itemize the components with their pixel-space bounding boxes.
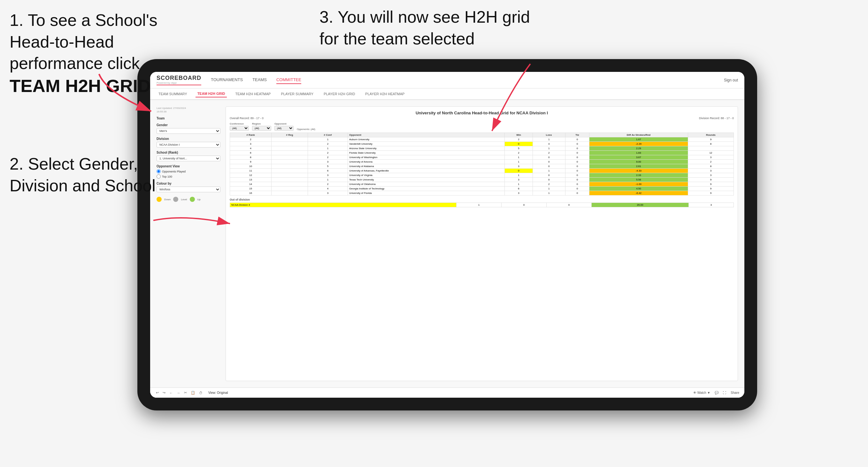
cell-rank: 14 <box>230 182 272 187</box>
cell-conf: 3 <box>308 160 348 164</box>
division-label: Division <box>157 137 220 141</box>
redo-btn[interactable]: ↪ <box>162 390 166 396</box>
cell-rounds: 2 <box>688 160 734 164</box>
gender-section: Gender Men's <box>157 123 220 134</box>
table-row: 13 1 Texas Tech University 3 0 0 5.56 9 <box>230 178 734 182</box>
cell-reg <box>272 146 308 151</box>
opponent-filter-select[interactable]: (All) <box>274 126 293 131</box>
cell-diff: 3.67 <box>589 155 688 160</box>
cell-reg <box>272 173 308 178</box>
cell-win: 3 <box>505 164 532 169</box>
comment-btn[interactable]: 💬 <box>715 391 718 395</box>
opponent-filter-label: Opponent <box>274 122 293 125</box>
cell-tie: 0 <box>565 187 589 191</box>
cell-opponent: University of Oklahoma <box>348 182 505 187</box>
cell-conf: 3 <box>308 191 348 195</box>
colour-up-label: Up <box>197 198 200 201</box>
radio-top100[interactable]: Top 100 <box>157 175 220 179</box>
cell-diff: 4.50 <box>589 187 688 191</box>
paste-btn[interactable]: 📋 <box>190 390 196 396</box>
cell-tie: 0 <box>565 191 589 195</box>
cell-diff: 2.61 <box>589 164 688 169</box>
subnav-team-h2h-grid[interactable]: TEAM H2H GRID <box>195 90 227 97</box>
cell-loss: 0 <box>532 173 565 178</box>
out-tie: 0 <box>546 203 591 207</box>
fullscreen-btn[interactable]: ⛶ <box>723 391 726 395</box>
school-select[interactable]: 1. University of Nort... <box>157 156 220 161</box>
instruction-3: 3. You will now see H2H grid for the tea… <box>319 6 543 50</box>
table-row: 3 2 Vanderbilt University 0 4 0 -2.29 8 <box>230 142 734 146</box>
colour-by-select[interactable]: Win/loss <box>157 187 220 192</box>
cell-conf: 1 <box>308 137 348 142</box>
colour-by-section: Colour by Win/loss <box>157 182 220 192</box>
cell-win: 0 <box>505 169 532 173</box>
cell-rounds: 8 <box>688 164 734 169</box>
division-section: Division NCAA Division I <box>157 137 220 148</box>
cell-rounds: 9 <box>688 178 734 182</box>
radio-opponents-played[interactable]: Opponents Played <box>157 169 220 174</box>
cell-reg <box>272 169 308 173</box>
subnav-player-summary[interactable]: PLAYER SUMMARY <box>279 91 315 97</box>
cell-loss: 1 <box>532 169 565 173</box>
undo-btn[interactable]: ↩ <box>155 390 159 396</box>
cell-reg <box>272 160 308 164</box>
sign-out-link[interactable]: Sign out <box>724 78 738 83</box>
cell-tie: 0 <box>565 173 589 178</box>
cut-btn[interactable]: ✂ <box>183 390 188 396</box>
instruction-2: 2. Select Gender, Division and School <box>9 153 157 196</box>
main-content: Last Updated: 27/03/2024 16:55:38 Team G… <box>150 100 744 387</box>
cell-tie: 0 <box>565 160 589 164</box>
cell-diff: -1.00 <box>589 182 688 187</box>
colour-down-label: Down <box>164 198 170 201</box>
cell-diff: -2.29 <box>589 142 688 146</box>
nav-teams[interactable]: TEAMS <box>252 76 267 84</box>
cell-conf: 2 <box>308 155 348 160</box>
col-conf: # Conf <box>308 133 348 137</box>
conference-filter-select[interactable]: (All) <box>230 126 249 131</box>
nav-committee[interactable]: COMMITTEE <box>276 76 301 84</box>
h2h-table: # Rank # Reg # Conf Opponent Win Loss Ti… <box>230 132 734 195</box>
watch-btn[interactable]: 👁 Watch ▼ <box>693 391 710 395</box>
cell-tie: 0 <box>565 178 589 182</box>
cell-diff: 1.83 <box>589 151 688 155</box>
gender-select[interactable]: Men's <box>157 128 220 134</box>
cell-conf: 2 <box>308 142 348 146</box>
cell-rounds: 9 <box>688 137 734 142</box>
out-row: NCAA Division II 1 0 0 26.00 3 <box>230 203 734 207</box>
cell-win: 3 <box>505 191 532 195</box>
cell-reg <box>272 137 308 142</box>
cell-diff: 9.00 <box>589 160 688 164</box>
colour-by-label: Colour by <box>157 182 220 185</box>
region-filter-label: Region <box>252 122 271 125</box>
region-filter-select[interactable]: (All) <box>252 126 271 131</box>
cell-tie: 0 <box>565 169 589 173</box>
clock-btn[interactable]: ⏱ <box>198 390 203 396</box>
out-of-division-table: NCAA Division II 1 0 0 26.00 3 <box>230 203 734 207</box>
cell-win: 3 <box>505 178 532 182</box>
bottom-toolbar: ↩ ↪ ← → ✂ 📋 ⏱ View: Original 👁 Watch ▼ 💬… <box>150 387 744 398</box>
back-btn[interactable]: ← <box>169 390 174 396</box>
region-filter: Region (All) <box>252 122 271 131</box>
cell-win: 2 <box>505 151 532 155</box>
col-rounds: Rounds <box>688 133 734 137</box>
cell-opponent: Texas Tech University <box>348 178 505 182</box>
cell-diff: 2.29 <box>589 146 688 151</box>
opponent-view-radios: Opponents Played Top 100 <box>157 169 220 179</box>
toolbar-right: 👁 Watch ▼ 💬 ⛶ Share <box>693 391 739 395</box>
cell-rank: 16 <box>230 191 272 195</box>
cell-conf: 1 <box>308 146 348 151</box>
colour-down <box>157 197 162 202</box>
subnav-player-h2h-heatmap[interactable]: PLAYER H2H HEATMAP <box>363 91 406 97</box>
share-btn[interactable]: Share <box>731 391 739 395</box>
division-select[interactable]: NCAA Division I <box>157 142 220 148</box>
forward-btn[interactable]: → <box>176 390 181 396</box>
cell-rounds: 8 <box>688 142 734 146</box>
subnav-player-h2h-grid[interactable]: PLAYER H2H GRID <box>322 91 357 97</box>
cell-rounds: 9 <box>688 182 734 187</box>
cell-diff: 5.56 <box>589 178 688 182</box>
nav-tournaments[interactable]: TOURNAMENTS <box>211 76 243 84</box>
subnav-team-h2h-heatmap[interactable]: TEAM H2H HEATMAP <box>233 91 273 97</box>
conference-filter-label: Conference <box>230 122 249 125</box>
cell-rank: 9 <box>230 160 272 164</box>
cell-conf: 1 <box>308 178 348 182</box>
